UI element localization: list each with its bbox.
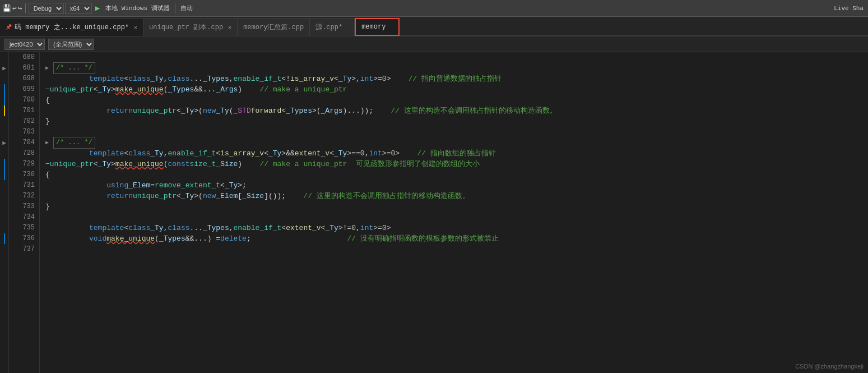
gutter-736 [0,233,8,244]
linenum-730: 730 [13,169,35,180]
linenum-728: 728 [13,148,35,159]
scope-bar: ject0420 (全局范围) [0,36,868,52]
linenum-699: 699 [13,84,35,95]
linenum-701: 701 [13,105,35,116]
gutter-703 [0,127,8,137]
tab-label-2: unique_ptr 副本.cpp [149,22,223,32]
tab-pin-icon: 📌 [6,24,12,30]
gutter-698 [0,73,8,84]
linenum-704: 704 [13,137,35,148]
code-area: ▶ ▶ 680 681 [0,52,868,373]
code-line-703 [40,127,868,137]
tab-source[interactable]: 源.cpp* [310,18,355,36]
tab-mempry[interactable]: 📌 码 mempry 之...ke_unique.cpp* ✕ [0,18,143,36]
gutter-702 [0,116,8,127]
code-line-734 [40,212,868,223]
undo-icon[interactable]: ↩ [12,4,17,13]
gutter-728 [0,148,8,159]
code-line-700: { [40,95,868,105]
code-line-704: ▶ /* ... */ [40,137,868,148]
auto-label: 自动 [178,4,195,12]
tab-unique-ptr[interactable]: unique_ptr 副本.cpp ✕ [143,18,238,36]
save-icon: 💾 [2,4,11,13]
tab-label-3: memory汇总篇.cpp [243,22,304,32]
liveshare-label: Live Sha [832,5,866,12]
code-line-680 [40,52,868,63]
linenum-729: 729 [13,159,35,169]
watermark: CSDN @zhangzhangkeji [795,363,864,370]
code-line-735: template <class _Ty, class... _Types, en… [40,223,868,233]
gutter-681: ▶ [0,63,8,73]
gutter-729 [0,159,8,169]
linenum-734: 734 [13,212,35,223]
project-dropdown[interactable]: ject0420 [4,39,45,50]
debug-dropdown[interactable]: Debug [29,3,64,14]
tab-memory[interactable]: memory [355,18,400,36]
gutter-730 [0,169,8,180]
gutter-731 [0,180,8,191]
gutter-737 [0,244,8,255]
code-line-732: return unique_ptr<_Ty>(new _Elem[_Size](… [40,191,868,201]
code-line-729: −unique_ptr<_Ty> make_unique(const size_… [40,159,868,169]
linenum-737: 737 [13,244,35,255]
linenum-735: 735 [13,223,35,233]
linenum-681: 681 [13,63,35,73]
linenum-731: 731 [13,180,35,191]
gutter: ▶ ▶ [0,52,9,373]
code-line-731: using _Elem = remove_extent_t<_Ty>; [40,180,868,191]
linenum-736: 736 [13,233,35,244]
gutter-735 [0,223,8,233]
code-line-737 [40,244,868,255]
gutter-680 [0,52,8,63]
gutter-701 [0,105,8,116]
tab-label-5: memory [361,23,386,31]
gutter-733 [0,201,8,212]
arch-dropdown[interactable]: x64 [65,3,92,14]
gutter-732 [0,191,8,201]
gutter-734 [0,212,8,223]
gutter-704: ▶ [0,137,8,148]
code-line-702: } [40,116,868,127]
code-line-701: return unique_ptr<_Ty>(new _Ty(_STD forw… [40,105,868,116]
code-line-730: { [40,169,868,180]
gutter-700 [0,95,8,105]
tab-label-4: 源.cpp* [315,22,342,32]
scope-dropdown[interactable]: (全局范围) [48,39,94,50]
linenum-703: 703 [13,127,35,137]
toolbar: 💾 ↩ ↪ Debug x64 ▶ 本地 Windows 调试器 自动 Live… [0,0,868,17]
sep1 [25,3,26,13]
tab-memory-summary[interactable]: memory汇总篇.cpp [238,18,310,36]
linenum-680: 680 [13,52,35,63]
code-line-733: } [40,201,868,212]
tab-bar: 📌 码 mempry 之...ke_unique.cpp* ✕ unique_p… [0,17,868,36]
code-line-681: ▶ /* ... */ [40,63,868,73]
run-button[interactable]: ▶ [93,3,102,13]
linenum-702: 702 [13,116,35,127]
tab-close-icon[interactable]: ✕ [134,24,137,31]
line-numbers: 680 681 698 699 700 701 702 703 704 728 … [9,52,40,373]
linenum-698: 698 [13,73,35,84]
tab-close-icon-2[interactable]: ✕ [228,24,231,31]
tab-label: 码 mempry 之...ke_unique.cpp* [15,22,129,32]
gutter-699 [0,84,8,95]
redo-icon[interactable]: ↪ [18,4,22,13]
run-label: 本地 Windows 调试器 [103,4,171,12]
code-line-698: template <class _Ty, class... _Types, en… [40,73,868,84]
sep2 [175,3,175,13]
code-line-699: −unique_ptr<_Ty> make_unique(_Types&&...… [40,84,868,95]
linenum-732: 732 [13,191,35,201]
linenum-733: 733 [13,201,35,212]
linenum-700: 700 [13,95,35,105]
code-lines: ▶ /* ... */ template <class _Ty, class..… [40,52,868,373]
code-line-728: template <class _Ty, enable_if_t<is_arra… [40,148,868,159]
code-line-736: void make_unique(_Types&&...) = delete; … [40,233,868,244]
